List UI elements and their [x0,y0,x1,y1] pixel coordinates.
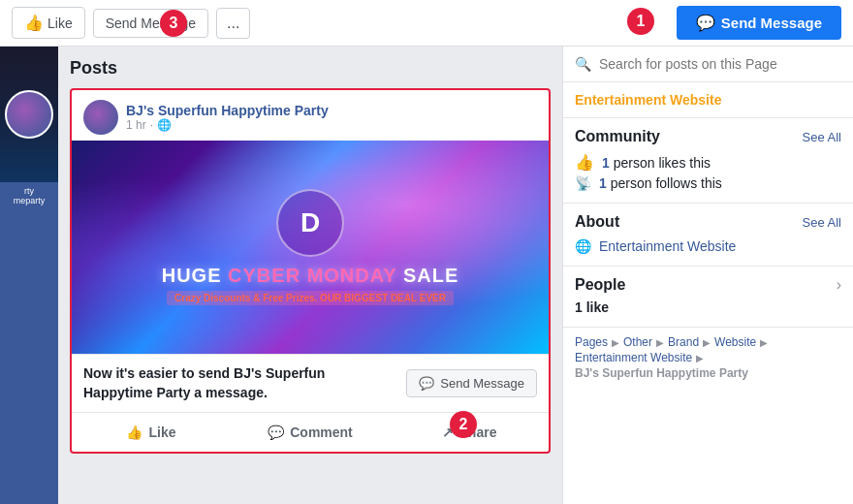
comment-action-label: Comment [290,425,353,440]
community-likes-row: 👍 1 person likes this [575,151,841,173]
chevron-right-icon[interactable]: › [837,276,841,294]
badge-1: 1 [627,8,654,35]
avatar [5,90,53,139]
breadcrumb-section: Pages ▶ Other ▶ Brand ▶ Website ▶ Entert… [563,328,853,388]
breadcrumb-arrow-5: ▶ [696,353,704,363]
about-title: About [575,213,619,231]
follows-count: 1 [599,175,607,191]
likes-count: 1 [602,155,610,171]
like-action-label: Like [148,425,175,440]
about-section-header: About See All [575,213,841,231]
likes-label: person likes this [614,155,711,171]
community-title: Community [575,128,660,145]
posts-header: Posts [70,58,551,79]
thumbs-up-icon: 👍 [24,14,44,32]
breadcrumb-arrow-1: ▶ [612,337,619,348]
about-see-all-link[interactable]: See All [803,215,841,230]
page-cover-thumbnail [0,47,58,182]
post-author: BJ's Superfun Happytime Party 1 hr · 🌐 [72,90,549,141]
page-name-sidebar: rty meparty [0,182,58,209]
top-bar-left: 👍 Like Send Message ... 3 [12,7,250,39]
brand-logo: D [276,189,344,257]
globe-icon: 🌐 [157,118,172,132]
like-button[interactable]: 👍 Like [12,7,85,39]
cta-text: Now it's easier to send BJ's Superfun Ha… [83,364,332,402]
post-actions: 👍 Like 💬 Comment ↗ Share [72,412,549,452]
community-see-all-link[interactable]: See All [803,130,841,144]
author-avatar [83,100,118,135]
cyber-subtitle-bold: OUR BIGGEST DEAL EVER [320,293,446,303]
breadcrumb-website[interactable]: Website [714,335,756,349]
entertainment-label: Entertainment [575,92,666,108]
like-label: Like [47,16,73,31]
like-action-icon: 👍 [126,425,142,440]
community-section-header: Community See All [575,128,841,145]
breadcrumb-current-page: BJ's Superfun Happytime Party [575,366,748,380]
breadcrumb-arrow-3: ▶ [703,337,711,348]
breadcrumb: Pages ▶ Other ▶ Brand ▶ Website ▶ Entert… [575,335,841,380]
people-likes-number: 1 [575,299,583,315]
badge-2: 2 [450,411,477,438]
people-section: People › 1 like [563,267,853,328]
more-options-label: ... [227,15,239,31]
breadcrumb-pages[interactable]: Pages [575,335,608,349]
people-title: People [575,276,625,294]
main-content: rty meparty Posts BJ's Superfun Happytim… [0,47,853,504]
search-input[interactable] [599,56,841,72]
entertainment-website-link[interactable]: Entertainment Website [575,92,721,108]
website-label: Website [670,92,721,108]
about-row: 🌐 Entertainment Website [575,236,841,256]
page-name-short2: meparty [2,196,56,205]
post-card: BJ's Superfun Happytime Party 1 hr · 🌐 D… [70,88,551,454]
search-icon: 🔍 [575,56,591,72]
community-follows-row: 📡 1 person follows this [575,173,841,193]
right-panel: 🔍 Entertainment Website Community See Al… [562,47,853,504]
breadcrumb-arrow-4: ▶ [760,337,768,348]
send-message-secondary-button[interactable]: Send Message [93,9,208,38]
cyber-sale-title: HUGE CYBER MONDAY SALE [162,265,459,287]
about-website-link[interactable]: Entertainment Website [599,238,736,254]
post-like-button[interactable]: 👍 Like [72,417,231,448]
post-comment-button[interactable]: 💬 Comment [231,417,390,448]
community-follows-text: 1 person follows this [599,175,722,191]
left-sidebar: rty meparty [0,47,58,504]
thumbs-up-community-icon: 👍 [575,153,594,172]
post-time: 1 hr [126,118,146,132]
follows-label: person follows this [611,175,722,191]
post-image: D HUGE CYBER MONDAY SALE Crazy Discounts… [72,141,549,354]
cta-send-label: Send Message [440,376,524,391]
center-panel: Posts BJ's Superfun Happytime Party 1 hr… [58,47,562,504]
community-likes-text: 1 person likes this [602,155,711,171]
breadcrumb-entertainment-website[interactable]: Entertainment Website [575,351,692,364]
entertainment-website-section: Entertainment Website [563,82,853,118]
send-message-primary-label: Send Message [721,15,822,31]
breadcrumb-brand[interactable]: Brand [668,335,699,349]
author-name[interactable]: BJ's Superfun Happytime Party [126,103,329,118]
top-bar: 👍 Like Send Message ... 3 1 💬 Send Messa… [0,0,853,47]
about-section: About See All 🌐 Entertainment Website [563,204,853,267]
cyber-sale-subtitle: Crazy Discounts & Free Prizes. OUR BIGGE… [167,291,454,305]
more-options-button[interactable]: ... [216,8,250,39]
dot-separator: · [150,118,153,132]
comment-action-icon: 💬 [268,425,284,440]
send-message-primary-button[interactable]: 💬 Send Message [677,6,841,40]
breadcrumb-other[interactable]: Other [623,335,652,349]
community-section: Community See All 👍 1 person likes this … [563,118,853,204]
search-box: 🔍 [563,47,853,82]
cta-send-message-button[interactable]: 💬 Send Message [406,369,537,397]
people-header: People › [575,276,841,294]
author-info: BJ's Superfun Happytime Party 1 hr · 🌐 [126,103,329,132]
post-meta: 1 hr · 🌐 [126,118,329,132]
people-likes-label: like [586,299,609,315]
cta-messenger-icon: 💬 [419,376,434,391]
breadcrumb-arrow-2: ▶ [656,337,664,348]
page-name-short: rty [2,186,56,196]
follows-icon: 📡 [575,175,591,191]
website-icon: 🌐 [575,238,591,254]
messenger-icon: 💬 [696,14,715,32]
badge-3: 3 [160,10,187,37]
people-count: 1 like [575,294,841,321]
post-cta: Now it's easier to send BJ's Superfun Ha… [72,354,549,412]
